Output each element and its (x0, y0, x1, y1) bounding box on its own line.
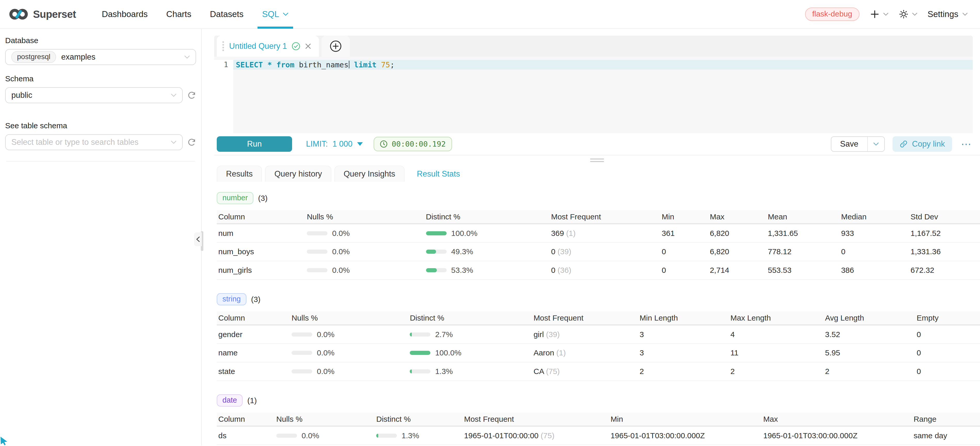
chevron-down-icon (963, 13, 967, 16)
tab-label: Query Insights (344, 169, 395, 178)
pane-resize-handle[interactable] (590, 158, 604, 162)
column-name-cell: num_girls (217, 261, 305, 280)
schema-select[interactable]: public (5, 87, 183, 103)
query-tab[interactable]: Untitled Query 1 (217, 36, 319, 57)
refresh-schemas-button[interactable] (187, 91, 196, 100)
column-header: Min (660, 210, 708, 224)
collapse-sidebar-button[interactable] (194, 232, 202, 246)
nav-item-label: SQL (262, 9, 279, 19)
column-header: Nulls % (290, 312, 408, 325)
table-row: ds0.0%1.3%1965-01-01T00:00:00 (75)1965-0… (217, 426, 980, 445)
column-header: Max Length (729, 312, 824, 325)
save-button[interactable]: Save (831, 137, 867, 151)
stat-value-cell: 386 (840, 261, 909, 280)
chevron-down-icon (883, 13, 888, 16)
main-nav: DashboardsChartsDatasetsSQL (92, 0, 298, 29)
table-row: name0.0%100.0%Aaron (1)3115.950 (217, 344, 980, 362)
nav-item-datasets[interactable]: Datasets (201, 0, 253, 29)
circled-plus-icon (329, 40, 342, 53)
new-item-button[interactable] (870, 9, 888, 19)
table-row: num_girls0.0%53.3%0 (36)02,714553.533866… (217, 261, 980, 280)
nav-item-sql[interactable]: SQL (253, 0, 298, 29)
toolbar-right: Save Copy link ⋯ (831, 136, 972, 152)
new-query-tab-button[interactable] (321, 36, 350, 57)
table-row: gender0.0%2.7%girl (39)343.520 (217, 325, 980, 344)
save-options-button[interactable] (867, 137, 884, 151)
chevron-left-icon (196, 236, 200, 242)
stat-value-cell: 1965-01-01T03:00:00.000Z (762, 426, 912, 445)
superset-logo-icon (9, 8, 29, 21)
nulls-cell: 0.0% (305, 261, 424, 280)
table-schema-label: See table schema (5, 121, 196, 130)
superset-logo[interactable]: Superset (9, 8, 76, 21)
column-header: Min (609, 413, 762, 426)
limit-label: LIMIT: (306, 139, 328, 149)
section-badge-row: number(3) (217, 192, 980, 204)
database-select[interactable]: postgresql examples (5, 49, 196, 65)
chevron-down-icon (184, 55, 190, 59)
most-frequent-value: CA (534, 367, 544, 376)
stat-value-cell: 0 (660, 242, 708, 261)
theme-toggle-button[interactable] (899, 9, 917, 19)
result-stats-panel: number(3)ColumnNulls %Distinct %Most Fre… (214, 182, 980, 446)
table-header-row: ColumnNulls %Distinct %Most FrequentMin … (217, 312, 980, 325)
sql-token: SELECT (236, 61, 263, 69)
percent-bar (291, 370, 312, 373)
column-header: Column (217, 210, 305, 224)
stat-value-cell: 0 (915, 344, 980, 362)
percent-bar (376, 433, 397, 438)
percent-value: 0.0% (317, 367, 334, 376)
nav-item-charts[interactable]: Charts (157, 0, 200, 29)
sql-editor[interactable]: 1 SELECT * from birth_names limit 75; (214, 57, 973, 133)
percent-value: 0.0% (332, 247, 350, 256)
limit-dropdown[interactable]: LIMIT: 1 000 (306, 139, 363, 149)
copy-link-button[interactable]: Copy link (892, 136, 952, 152)
tab-results[interactable]: Results (217, 166, 262, 182)
limit-value: 1 000 (332, 139, 352, 149)
close-tab-button[interactable] (305, 43, 311, 49)
column-header: Distinct % (375, 413, 462, 426)
column-header: Max (762, 413, 912, 426)
tab-label: Query history (274, 169, 322, 178)
sql-token: ; (390, 61, 395, 69)
most-frequent-value: 1965-01-01T00:00:00 (464, 431, 539, 440)
results-pane: ResultsQuery historyQuery InsightsResult… (214, 155, 980, 446)
stat-value-cell: 778.12 (766, 242, 840, 261)
environment-badge: flask-debug (805, 8, 859, 21)
most-frequent-count: (75) (546, 367, 560, 376)
percent-bar-fill (410, 370, 412, 373)
type-badge-string: string (217, 293, 247, 305)
nav-item-dashboards[interactable]: Dashboards (92, 0, 157, 29)
percent-value: 0.0% (317, 330, 334, 339)
table-select[interactable]: Select table or type to search tables (5, 134, 183, 150)
stat-value-cell: 4 (729, 325, 824, 344)
percent-bar-fill (426, 268, 437, 272)
more-menu-button[interactable]: ⋯ (960, 139, 972, 149)
tab-result-stats[interactable]: Result Stats (408, 166, 469, 182)
stat-value-cell: 1965-01-01T03:00:00.000Z (609, 426, 762, 445)
percent-bar-fill (376, 433, 378, 438)
clock-icon (380, 140, 388, 148)
sql-code-line: SELECT * from birth_names limit 75; (233, 60, 973, 70)
navbar-right: flask-debug Settings (805, 8, 967, 21)
percent-bar (426, 231, 447, 236)
column-name-cell: num_boys (217, 242, 305, 261)
percent-value: 0.0% (302, 431, 319, 440)
settings-menu[interactable]: Settings (928, 9, 967, 19)
distinct-cell: 53.3% (425, 261, 550, 280)
percent-value: 100.0% (451, 229, 477, 238)
stat-value-cell: 0 (915, 362, 980, 381)
tab-query-insights[interactable]: Query Insights (334, 166, 404, 182)
table-header-row: ColumnNulls %Distinct %Most FrequentMinM… (217, 413, 980, 426)
tab-query-history[interactable]: Query history (265, 166, 331, 182)
stat-value-cell: 553.53 (766, 261, 840, 280)
refresh-tables-button[interactable] (187, 138, 196, 147)
percent-bar (307, 250, 328, 254)
chevron-down-icon (912, 13, 917, 16)
query-tabstrip: Untitled Query 1 (214, 36, 973, 57)
nulls-cell: 0.0% (290, 325, 408, 344)
main-layout: Database postgresql examples Schema publ… (0, 29, 980, 446)
column-header: Avg Length (824, 312, 915, 325)
run-button[interactable]: Run (217, 136, 292, 152)
stat-value-cell: 2 (729, 362, 824, 381)
